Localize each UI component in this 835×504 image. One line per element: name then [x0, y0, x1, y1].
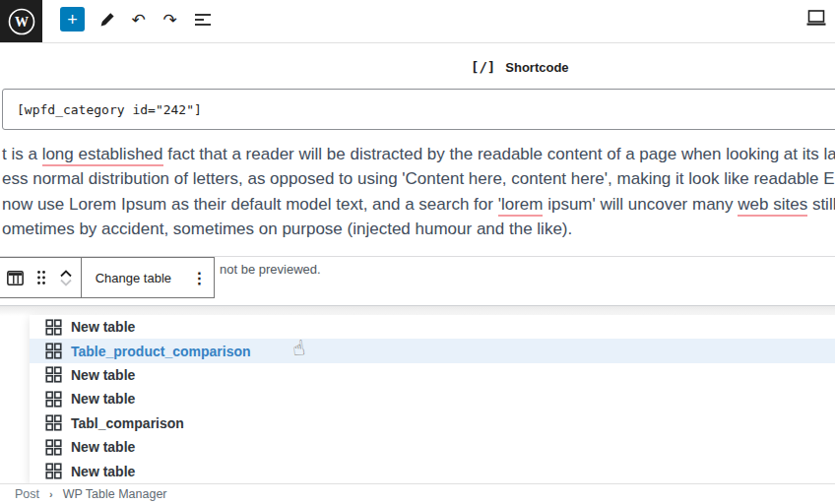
drag-dots-icon	[36, 270, 46, 285]
pencil-icon	[97, 10, 117, 30]
breadcrumb: Post › WP Table Manager	[0, 483, 835, 504]
block-mover	[52, 270, 81, 286]
table-grid-icon	[45, 463, 62, 479]
spellcheck-underlined-text: long established	[42, 145, 163, 166]
redo-icon: ↷	[162, 10, 176, 30]
spellcheck-underlined-text: web sites	[738, 195, 807, 217]
change-table-button[interactable]: Change table	[82, 258, 185, 297]
list-item[interactable]: Tabl_comparison	[30, 411, 835, 435]
table-row-label: Table_product_comparison	[71, 344, 251, 359]
list-item[interactable]: New table	[30, 363, 835, 387]
spellcheck-underlined-text: 'lorem	[498, 195, 544, 217]
wordpress-logo-icon: W	[7, 7, 36, 36]
list-item[interactable]: New table	[30, 387, 835, 410]
tools-button[interactable]	[95, 7, 119, 32]
block-inserter-button[interactable]: +	[60, 7, 85, 32]
table-block-icon	[5, 268, 26, 288]
monitor-icon	[804, 8, 828, 30]
paragraph-line: ess normal distribution of letters, as o…	[2, 166, 835, 191]
shortcode-block-header: [/] Shortcode	[471, 59, 569, 75]
shortcode-bracket-icon: [/]	[471, 59, 495, 75]
preview-note-text: not be previewed.	[220, 262, 321, 277]
svg-text:W: W	[15, 15, 29, 30]
shortcode-input[interactable]	[2, 89, 835, 130]
table-grid-icon	[45, 391, 62, 408]
table-grid-icon	[45, 414, 62, 431]
table-row-label: Tabl_comparison	[71, 415, 184, 431]
preview-device-button[interactable]	[803, 8, 829, 32]
redo-button[interactable]: ↷	[158, 7, 182, 32]
breadcrumb-current[interactable]: WP Table Manager	[63, 487, 167, 501]
undo-icon: ↶	[131, 10, 145, 30]
move-down-icon[interactable]	[59, 279, 73, 286]
table-dropdown: New table Table_product_comparison New t…	[30, 315, 835, 483]
table-row-label: New table	[71, 391, 135, 407]
breadcrumb-post[interactable]: Post	[15, 487, 39, 501]
table-grid-icon	[45, 366, 62, 383]
table-row-label: New table	[71, 319, 135, 335]
paragraph-block[interactable]: t is a long established fact that a read…	[2, 142, 835, 241]
table-block-type-button[interactable]	[0, 258, 31, 297]
list-item[interactable]: New table	[30, 315, 835, 339]
paragraph-line: now use Lorem Ipsum as their default mod…	[2, 192, 835, 217]
table-grid-icon	[45, 319, 62, 336]
chevron-right-icon: ›	[49, 488, 53, 500]
table-grid-icon	[45, 343, 62, 359]
list-item[interactable]: Table_product_comparison	[30, 339, 835, 362]
move-up-icon[interactable]	[59, 270, 73, 278]
block-options-button[interactable]: ⋮	[185, 258, 214, 297]
list-view-button[interactable]	[190, 7, 215, 32]
list-item[interactable]: New table	[30, 435, 835, 459]
list-view-icon	[194, 13, 212, 27]
editor-top-bar: W + ↶ ↷	[0, 0, 835, 43]
wordpress-logo-button[interactable]: W	[0, 0, 42, 42]
table-row-label: New table	[71, 439, 135, 455]
drag-handle[interactable]	[31, 258, 52, 297]
paragraph-line: t is a long established fact that a read…	[2, 142, 835, 166]
table-row-label: New table	[71, 464, 135, 479]
shortcode-block-label: Shortcode	[505, 60, 568, 75]
block-editor-window: W + ↶ ↷ [/]	[0, 0, 835, 504]
undo-button[interactable]: ↶	[126, 7, 151, 32]
table-row-label: New table	[71, 367, 135, 383]
table-grid-icon	[45, 439, 62, 456]
list-item[interactable]: New table	[30, 459, 835, 482]
paragraph-line: ometimes by accident, sometimes on purpo…	[2, 217, 835, 241]
block-toolbar: Change table ⋮	[0, 257, 215, 298]
